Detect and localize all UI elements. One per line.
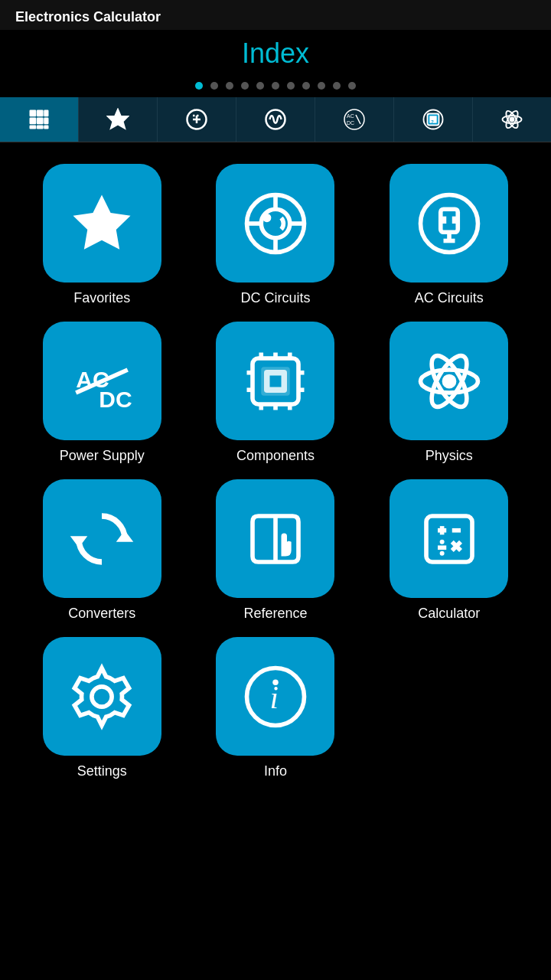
dot-5[interactable] [256,82,264,90]
reference-grid-icon [241,505,310,573]
tab-acdc[interactable]: AC DC [315,97,394,142]
star-icon [106,108,129,131]
ac-circuits-label: AC Circuits [415,290,484,306]
svg-point-15 [344,109,364,129]
tab-calc[interactable] [158,97,236,142]
svg-rect-65 [426,516,472,562]
favorites-label: Favorites [73,290,130,306]
svg-rect-0 [30,110,37,117]
svg-point-34 [262,213,271,221]
grid-item-physics[interactable]: Physics [370,322,528,464]
svg-rect-6 [30,126,37,129]
settings-grid-icon [67,662,136,731]
svg-rect-57 [269,375,281,387]
main-grid: Favorites DC Circuits [0,142,551,801]
grid-item-converters[interactable]: Converters [23,479,181,622]
favorites-grid-icon [67,189,136,258]
svg-rect-8 [44,126,48,129]
grid-icon [28,108,51,131]
grid-item-calculator[interactable]: Calculator [370,479,528,622]
info-grid-icon: i [241,662,310,731]
svg-text:?: ? [431,119,434,124]
svg-text:AC: AC [347,113,354,119]
atom-icon [500,108,523,131]
svg-marker-63 [70,536,88,547]
page-dots [0,79,551,97]
svg-line-18 [356,115,360,124]
grid-item-components[interactable]: Components [197,322,355,464]
tab-favorites[interactable] [79,97,158,142]
grid-item-info[interactable]: i Info [197,637,355,779]
svg-text:i: i [269,680,278,715]
svg-rect-7 [37,126,44,129]
info-label: Info [264,763,287,779]
svg-rect-4 [37,118,44,125]
calculator-grid-icon [415,505,484,573]
svg-point-70 [439,539,444,544]
power-supply-label: Power Supply [60,448,145,464]
nav-tabs: AC DC ? [0,97,551,142]
grid-item-power-supply[interactable]: AC DC Power Supply [23,322,181,464]
svg-point-77 [272,679,279,685]
physics-label: Physics [425,448,473,464]
components-label: Components [236,448,315,464]
converters-grid-icon [67,505,136,573]
dot-3[interactable] [226,82,233,90]
svg-point-14 [266,110,285,129]
dot-2[interactable] [210,82,218,90]
plus-minus-icon [185,108,208,131]
dot-8[interactable] [302,82,310,90]
svg-point-58 [442,374,456,388]
svg-rect-1 [37,110,44,117]
settings-label: Settings [77,763,127,779]
dot-7[interactable] [287,82,295,90]
calculator-label: Calculator [418,606,480,622]
tab-waveform[interactable] [236,97,315,142]
physics-grid-icon [415,347,484,416]
svg-text:DC: DC [347,120,354,126]
dot-9[interactable] [318,82,325,90]
dot-11[interactable] [348,82,356,90]
converters-label: Converters [68,606,135,622]
svg-marker-27 [73,194,131,249]
app-header: Electronics Calculator [0,0,551,30]
dot-4[interactable] [241,82,249,90]
tab-grid[interactable] [0,97,79,142]
ac-circuits-grid-icon [415,189,484,258]
grid-item-favorites[interactable]: Favorites [23,164,181,306]
svg-text:DC: DC [99,386,132,411]
tab-atom[interactable] [473,97,551,142]
dc-circuits-label: DC Circuits [240,290,310,306]
dc-circuits-grid-icon [241,189,310,258]
grid-item-settings[interactable]: Settings [23,637,181,779]
svg-rect-2 [44,110,48,117]
acdc-icon: AC DC [341,108,368,131]
grid-item-reference[interactable]: Reference [197,479,355,622]
svg-marker-9 [109,110,128,129]
dot-10[interactable] [333,82,341,90]
tab-chip[interactable]: ? [394,97,473,142]
dot-6[interactable] [272,82,279,90]
dot-1[interactable] [195,82,203,90]
svg-point-23 [510,118,514,122]
components-grid-icon [241,347,310,416]
svg-point-35 [420,194,478,252]
app-title: Electronics Calculator [15,9,536,25]
svg-point-71 [439,550,444,555]
grid-item-dc-circuits[interactable]: DC Circuits [197,164,355,306]
svg-point-74 [92,686,112,706]
waveform-icon [264,108,287,131]
grid-item-ac-circuits[interactable]: AC Circuits [370,164,528,306]
svg-rect-5 [44,118,48,125]
svg-rect-3 [30,118,37,125]
svg-marker-62 [116,530,134,541]
chip-icon: ? [422,108,445,131]
power-supply-grid-icon: AC DC [67,347,136,416]
page-title: Index [0,30,551,79]
reference-label: Reference [243,606,307,622]
